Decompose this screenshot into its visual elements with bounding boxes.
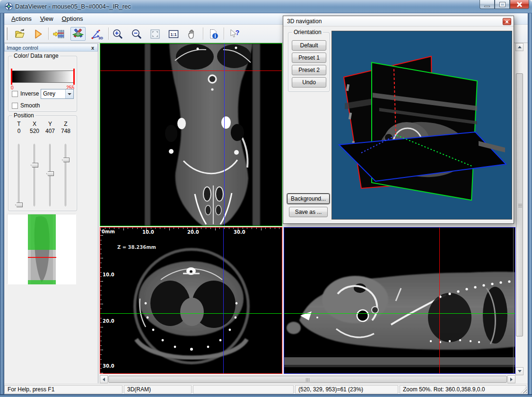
dialog-title: 3D navigation [287,18,322,25]
slider-track-x[interactable] [34,144,35,206]
actual-size-button[interactable]: 1:1 [167,27,180,41]
rotation-3d-icon: 3D [90,28,104,40]
sagittal-view[interactable] [284,227,515,374]
svg-text:?: ? [235,29,240,36]
horizontal-scrollbar[interactable] [100,375,515,383]
save-as-button[interactable]: Save as ... [289,207,328,217]
axis-name-y: Y [43,121,57,127]
axial-view[interactable]: 0mm 10.0 20.0 30.0 10.0 20.0 30.0 Z = 38… [100,227,282,374]
ruler-label-10: 10.0 [142,229,154,235]
coronal-view[interactable] [100,43,282,226]
scroll-thumb-grip [518,203,522,207]
axis-name-z: Z [59,121,73,127]
toolbar-grip[interactable] [6,27,8,40]
arrow-down-icon [518,370,522,372]
slider-thumb-y[interactable] [46,171,54,176]
play-button[interactable] [31,27,44,41]
slider-track-t[interactable] [18,144,19,206]
chevron-down-icon [68,93,71,95]
context-help-button[interactable]: ? [228,27,241,41]
panel-close-icon[interactable]: x [89,44,96,51]
scroll-up-button[interactable] [515,43,523,51]
inverse-checkbox[interactable] [12,91,18,97]
maximize-button[interactable] [495,0,510,9]
close-button[interactable] [510,0,529,9]
ruler-left-label-20: 20.0 [103,318,114,324]
background-button[interactable]: Background... [287,194,330,204]
histogram-gradient-bar[interactable] [12,71,74,83]
menu-view[interactable]: View [36,14,58,24]
axial-ruler-left-minor [100,228,102,373]
scroll-down-button[interactable] [515,367,523,375]
dropdown-button[interactable] [65,89,73,98]
window-frame-bottom [0,394,532,397]
3d-scene [332,31,512,219]
scroll-right-button[interactable] [507,375,515,383]
status-voxel-value: (520, 329, 953)=61 (23%) [295,385,398,394]
range-min-label: 0 [11,85,14,90]
minimize-button[interactable] [480,0,495,9]
slider-thumb-z[interactable] [62,158,70,162]
crosshair-green-horizontal [100,313,282,314]
preset-1-button[interactable]: Preset 1 [292,53,326,63]
minimize-icon [484,6,490,7]
maximize-icon [500,2,505,7]
menu-options[interactable]: Options [58,14,87,24]
image-control-header[interactable]: Image control x [4,44,98,52]
preset-2-button[interactable]: Preset 2 [292,65,326,75]
actual-size-label: 1:1 [170,32,176,36]
application-window: DataViewer - mouse05_B~#0004~_IR_rec Act… [0,0,532,397]
ortho-slices-button[interactable] [70,27,86,41]
image-info-button[interactable] [207,27,220,41]
position-label: Position [12,112,35,119]
scout-thumbnail[interactable] [7,214,76,284]
slider-thumb-x[interactable] [31,163,38,168]
scroll-left-button[interactable] [100,375,108,383]
app-icon [5,2,13,10]
menu-actions[interactable]: Actions [7,14,36,24]
3d-viewport[interactable] [331,31,512,220]
vertical-scrollbar[interactable] [515,43,523,375]
range-min-marker[interactable] [11,69,12,85]
slider-track-z[interactable] [65,144,66,206]
crosshair-blue-vertical [223,228,224,373]
axis-value-x: 520 [27,128,42,134]
zoom-out-button[interactable] [130,27,143,41]
window-frame-right [528,13,532,394]
open-file-button[interactable] [13,27,26,41]
dialog-titlebar[interactable]: 3D navigation [283,16,514,26]
crosshair-green-horizontal [284,313,515,314]
palette-value: Grey [41,89,65,98]
color-range-group: Color/ Data range 0 255 Inverse Grey Smo… [8,56,77,112]
ortho-slices-icon [72,28,84,40]
zoom-in-button[interactable] [111,27,124,41]
vertical-scroll-thumb[interactable] [516,73,523,336]
horizontal-scroll-thumb[interactable] [108,376,507,383]
arrow-left-icon [103,378,105,381]
inverse-label: Inverse [20,90,39,97]
pan-hand-button[interactable] [185,27,199,41]
titlebar[interactable]: DataViewer - mouse05_B~#0004~_IR_rec [0,0,532,13]
axis-value-t: 0 [12,128,26,134]
range-max-marker[interactable] [73,69,75,85]
close-icon [516,2,523,7]
import-dataset-button[interactable] [52,27,65,41]
import-dataset-icon [53,28,64,40]
dialog-close-button[interactable] [503,18,511,25]
open-file-icon [14,28,26,40]
default-button[interactable]: Default [292,40,326,51]
rotation-3d-button[interactable]: 3D [89,27,105,41]
close-icon [505,20,509,23]
zoom-in-icon [112,28,123,40]
ruler-label-30: 30.0 [234,229,245,235]
palette-dropdown[interactable]: Grey [41,89,74,99]
smooth-checkbox[interactable] [12,103,18,109]
position-group: Position T X Y Z 0 520 407 748 [8,115,77,211]
fit-to-window-button[interactable] [148,27,162,41]
status-zoom-rotation: Zoom 50%. Rot: 360.0,358.9,0.0 [400,385,526,394]
undo-button[interactable]: Undo [292,77,326,88]
slider-thumb-t[interactable] [15,203,23,207]
window-title: DataViewer - mouse05_B~#0004~_IR_rec [15,3,131,10]
toolbar-separator [203,27,203,40]
smooth-label: Smooth [20,102,40,109]
